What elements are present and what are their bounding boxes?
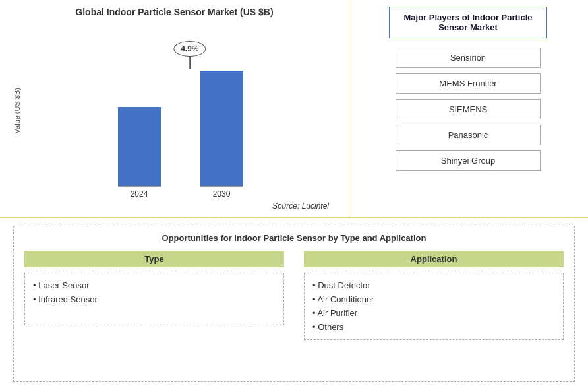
- player-sensirion: Sensirion: [396, 48, 541, 68]
- bottom-section: Opportunities for Indoor Particle Sensor…: [0, 218, 588, 390]
- bar-group-2024: 2024: [118, 107, 161, 199]
- annotation-value: 4.9%: [173, 41, 206, 57]
- type-item-laser: Laser Sensor: [33, 278, 276, 292]
- player-panasonic: Panasonic: [396, 125, 541, 145]
- application-item-purifier: Air Purifier: [312, 306, 555, 320]
- chart-title: Global Indoor Particle Sensor Market (US…: [75, 7, 273, 17]
- type-item-infrared: Infrared Sensor: [33, 292, 276, 306]
- type-header: Type: [24, 251, 284, 267]
- bar-group-2030: 2030: [200, 71, 243, 199]
- chart-inner: 4.9% 2024 2030: [25, 22, 336, 199]
- type-items-box: Laser Sensor Infrared Sensor: [24, 273, 284, 325]
- top-section: Global Indoor Particle Sensor Market (US…: [0, 0, 588, 218]
- application-header: Application: [304, 251, 564, 267]
- main-container: Global Indoor Particle Sensor Market (US…: [0, 0, 588, 390]
- annotation-arrow: [189, 57, 191, 69]
- type-column: Type Laser Sensor Infrared Sensor: [24, 251, 284, 340]
- bar-2024: [118, 107, 161, 186]
- application-item-dust: Dust Detector: [312, 278, 555, 292]
- bars-container: 4.9% 2024 2030: [25, 22, 336, 199]
- application-item-ac: Air Conditioner: [312, 292, 555, 306]
- chart-area: Value (US $B) 4.9% 2024: [13, 22, 336, 199]
- chart-source: Source: Lucintel: [13, 201, 336, 211]
- chart-section: Global Indoor Particle Sensor Market (US…: [0, 0, 349, 217]
- bottom-content: Type Laser Sensor Infrared Sensor Applic…: [24, 251, 564, 340]
- bar-2030: [200, 71, 243, 186]
- application-column: Application Dust Detector Air Conditione…: [304, 251, 564, 340]
- player-shinyei: Shinyei Group: [396, 150, 541, 171]
- bar-label-2024: 2024: [131, 189, 148, 199]
- y-axis-label: Value (US $B): [13, 88, 21, 134]
- annotation-bubble: 4.9%: [173, 41, 206, 69]
- bottom-title: Opportunities for Indoor Particle Sensor…: [24, 233, 564, 243]
- player-siemens: SIEMENS: [396, 99, 541, 119]
- bar-label-2030: 2030: [213, 189, 231, 199]
- players-title: Major Players of Indoor Particle Sensor …: [389, 7, 547, 38]
- bottom-outer-box: Opportunities for Indoor Particle Sensor…: [13, 226, 575, 382]
- application-item-others: Others: [312, 320, 555, 334]
- player-mems: MEMS Frontier: [396, 73, 541, 94]
- players-section: Major Players of Indoor Particle Sensor …: [349, 0, 587, 217]
- application-items-box: Dust Detector Air Conditioner Air Purifi…: [304, 273, 564, 340]
